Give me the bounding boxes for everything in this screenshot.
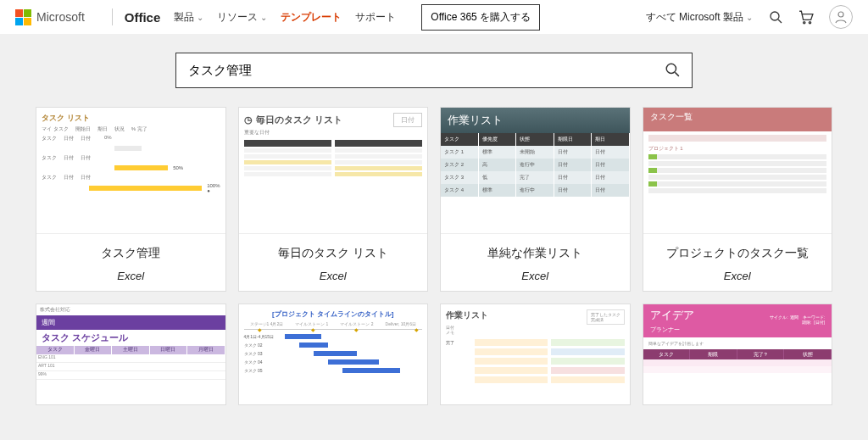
template-meta: 毎日のタスク リスト Excel — [239, 234, 428, 291]
template-card[interactable]: [プロジェクト タイムラインのタイトル] ステージ1 4月2日マイルストーン 1… — [238, 304, 429, 405]
template-app: Excel — [446, 270, 625, 282]
svg-line-6 — [675, 72, 679, 76]
template-title: タスク管理 — [42, 246, 220, 261]
nav-templates[interactable]: テンプレート — [281, 10, 342, 25]
nav-products[interactable]: 製品⌄ — [174, 10, 203, 25]
results-grid: タスク リスト マイ タスク開始日期日状況% 完了 タスク日付日付0% タスク日… — [36, 107, 832, 405]
template-thumbnail: タスク リスト マイ タスク開始日期日状況% 完了 タスク日付日付0% タスク日… — [36, 108, 225, 234]
template-thumbnail: [プロジェクト タイムラインのタイトル] ステージ1 4月2日マイルストーン 1… — [239, 304, 428, 404]
chevron-down-icon: ⌄ — [197, 13, 203, 22]
office-label[interactable]: Office — [125, 10, 161, 25]
microsoft-logo[interactable]: Microsoft — [15, 9, 85, 25]
nav-resources[interactable]: リソース⌄ — [217, 10, 267, 25]
primary-nav: 製品⌄ リソース⌄ テンプレート サポート Office 365 を購入する — [174, 4, 540, 31]
template-meta: プロジェクトのタスク一覧 Excel — [643, 234, 832, 291]
template-thumbnail: 作業リスト 完了したタスク完成済 日付メモ 完了 — [441, 304, 630, 404]
template-app: Excel — [244, 270, 423, 282]
template-card[interactable]: タスク リスト マイ タスク開始日期日状況% 完了 タスク日付日付0% タスク日… — [36, 107, 226, 292]
template-thumbnail: アイデアプランナー サイクル: 週間 キーワード:期限: [日付] 簡単なアイデ… — [643, 304, 832, 404]
template-thumbnail: 株式会社対応 週間 タスク スケジュール タスク金曜日土曜日日曜日月曜日 ENG… — [36, 304, 225, 404]
svg-point-5 — [666, 64, 676, 73]
template-card[interactable]: ◷毎日のタスク リスト 日付 重要な日付 毎日のタスク リスト Excel — [238, 107, 429, 292]
microsoft-label: Microsoft — [36, 10, 85, 24]
microsoft-icon — [15, 9, 31, 25]
template-meta: タスク管理 Excel — [36, 234, 225, 291]
svg-point-4 — [838, 12, 843, 17]
template-card[interactable]: 作業リスト 完了したタスク完成済 日付メモ 完了 — [440, 304, 631, 405]
svg-line-1 — [778, 19, 782, 23]
svg-point-3 — [809, 22, 810, 24]
template-card[interactable]: アイデアプランナー サイクル: 週間 キーワード:期限: [日付] 簡単なアイデ… — [643, 304, 833, 405]
template-app: Excel — [42, 270, 220, 282]
svg-point-2 — [804, 22, 805, 24]
cart-icon[interactable] — [798, 9, 814, 25]
top-nav-right: すべて Microsoft 製品⌄ — [646, 5, 853, 29]
divider — [112, 8, 113, 25]
template-thumbnail: 作業リスト タスク優先度状態期限日期日 タスク 1標準未開始日付日付 タスク 2… — [441, 108, 630, 234]
account-icon[interactable] — [829, 5, 853, 29]
buy-office-button[interactable]: Office 365 を購入する — [421, 4, 540, 31]
template-card[interactable]: 作業リスト タスク優先度状態期限日期日 タスク 1標準未開始日付日付 タスク 2… — [440, 107, 631, 292]
template-thumbnail: ◷毎日のタスク リスト 日付 重要な日付 — [239, 108, 428, 234]
template-thumbnail: タスク一覧 プロジェクト 1 — [643, 108, 832, 234]
template-meta: 単純な作業リスト Excel — [441, 234, 630, 291]
template-card[interactable]: 株式会社対応 週間 タスク スケジュール タスク金曜日土曜日日曜日月曜日 ENG… — [36, 304, 226, 405]
search-input[interactable] — [188, 64, 665, 78]
search-icon[interactable] — [768, 9, 783, 25]
clock-icon: ◷ — [244, 114, 253, 125]
search-icon — [665, 62, 680, 77]
template-title: プロジェクトのタスク一覧 — [648, 246, 827, 261]
template-card[interactable]: タスク一覧 プロジェクト 1 プロジェクトのタスク一覧 Excel — [643, 107, 833, 292]
search-button[interactable] — [665, 62, 680, 80]
template-search — [175, 53, 693, 88]
page-body: タスク リスト マイ タスク開始日期日状況% 完了 タスク日付日付0% タスク日… — [0, 34, 868, 440]
all-microsoft-products[interactable]: すべて Microsoft 製品⌄ — [646, 10, 753, 25]
nav-support[interactable]: サポート — [355, 10, 396, 25]
template-title: 単純な作業リスト — [446, 246, 625, 261]
template-title: 毎日のタスク リスト — [244, 246, 423, 261]
chevron-down-icon: ⌄ — [260, 13, 267, 22]
chevron-down-icon: ⌄ — [746, 13, 753, 22]
top-nav: Microsoft Office 製品⌄ リソース⌄ テンプレート サポート O… — [0, 0, 868, 34]
svg-point-0 — [771, 12, 779, 20]
template-app: Excel — [648, 270, 827, 282]
